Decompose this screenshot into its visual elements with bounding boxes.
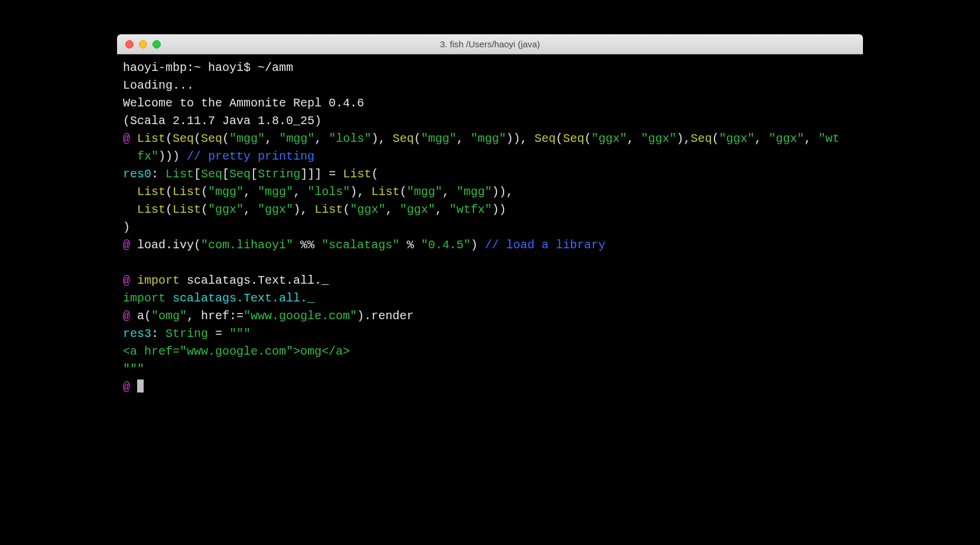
repl-input-2: @ load.ivy("com.lihaoyi" %% "scalatags" … bbox=[123, 238, 605, 252]
shell-prompt-line: haoyi-mbp:~ haoyi$ ~/amm bbox=[123, 61, 293, 74]
traffic-lights bbox=[117, 40, 161, 48]
window-titlebar: 3. fish /Users/haoyi (java) bbox=[117, 34, 863, 54]
terminal-output[interactable]: haoyi-mbp:~ haoyi$ ~/amm Loading... Welc… bbox=[117, 54, 863, 492]
repl-input-3: @ import scalatags.Text.all._ bbox=[123, 274, 329, 287]
blank-line bbox=[123, 256, 130, 270]
res3-close-quotes: """ bbox=[123, 362, 144, 376]
maximize-window-button[interactable] bbox=[152, 40, 161, 48]
repl-at-prompt: @ bbox=[123, 238, 137, 252]
welcome-line-2: (Scala 2.11.7 Java 1.8.0_25) bbox=[123, 114, 322, 128]
import-echo: import scalatags.Text.all._ bbox=[123, 291, 314, 305]
res3-html: <a href="www.google.com">omg</a> bbox=[123, 345, 350, 358]
repl-at-prompt: @ bbox=[123, 380, 137, 394]
minimize-window-button[interactable] bbox=[139, 40, 147, 48]
res0-close: ) bbox=[123, 220, 130, 234]
repl-at-prompt: @ bbox=[123, 309, 137, 323]
repl-prompt-current[interactable]: @ bbox=[123, 380, 144, 394]
loading-line: Loading... bbox=[123, 79, 194, 92]
res0-row-1: List(List("mgg", "mgg", "lols"), List("m… bbox=[123, 185, 513, 199]
repl-input-1: @ List(Seq(Seq("mgg", "mgg", "lols"), Se… bbox=[123, 132, 840, 163]
welcome-line-1: Welcome to the Ammonite Repl 0.4.6 bbox=[123, 96, 364, 110]
terminal-window: 3. fish /Users/haoyi (java) haoyi-mbp:~ … bbox=[117, 34, 863, 492]
res0-row-2: List(List("ggx", "ggx"), List("ggx", "gg… bbox=[123, 203, 506, 216]
repl-at-prompt: @ bbox=[123, 274, 137, 287]
window-title: 3. fish /Users/haoyi (java) bbox=[117, 39, 863, 49]
repl-input-4: @ a("omg", href:="www.google.com").rende… bbox=[123, 309, 414, 323]
res0-line-type: res0: List[Seq[Seq[String]]] = List( bbox=[123, 167, 378, 181]
repl-at-prompt: @ bbox=[123, 132, 137, 145]
close-window-button[interactable] bbox=[125, 40, 134, 48]
cursor-icon bbox=[137, 379, 144, 392]
res3-header: res3: String = """ bbox=[123, 327, 251, 340]
